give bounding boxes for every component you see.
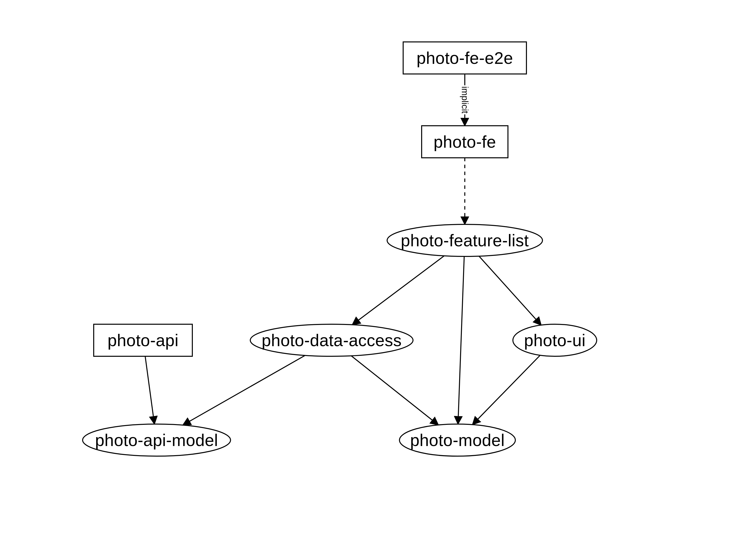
node-label-photo-feature-list: photo-feature-list — [401, 231, 529, 250]
edge-photo-data-access-to-photo-api-model — [183, 355, 305, 425]
node-label-photo-fe-e2e: photo-fe-e2e — [416, 48, 513, 67]
edge-photo-data-access-to-photo-model — [351, 356, 438, 425]
node-label-photo-data-access: photo-data-access — [262, 331, 402, 350]
edge-photo-api-to-photo-api-model — [145, 356, 154, 424]
node-label-photo-ui: photo-ui — [524, 331, 586, 350]
node-label-photo-fe: photo-fe — [434, 132, 496, 151]
node-label-photo-model: photo-model — [410, 431, 505, 450]
edge-photo-feature-list-to-photo-model — [458, 256, 464, 424]
dependency-graph-svg — [0, 0, 756, 537]
edge-label-photo-fe-e2e-to-photo-fe: implicit — [460, 85, 470, 114]
edge-photo-ui-to-photo-model — [473, 355, 540, 425]
node-label-photo-api-model: photo-api-model — [95, 431, 218, 450]
node-label-photo-api: photo-api — [107, 331, 179, 350]
edge-photo-feature-list-to-photo-ui — [479, 256, 541, 325]
edge-photo-feature-list-to-photo-data-access — [352, 256, 444, 325]
